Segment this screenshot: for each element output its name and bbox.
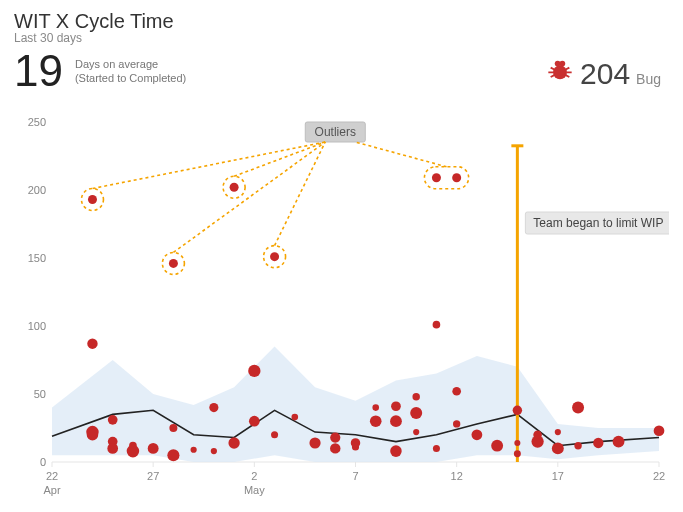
card-title: WIT X Cycle Time xyxy=(14,10,669,33)
svg-point-33 xyxy=(169,259,178,268)
svg-text:May: May xyxy=(244,484,265,496)
svg-text:Outliers: Outliers xyxy=(315,125,356,139)
svg-text:Team began to limit WIP: Team began to limit WIP xyxy=(533,216,663,230)
svg-point-57 xyxy=(169,424,177,432)
svg-point-65 xyxy=(271,431,278,438)
svg-point-78 xyxy=(412,393,419,400)
svg-point-97 xyxy=(654,425,665,436)
svg-point-32 xyxy=(88,195,97,204)
svg-text:0: 0 xyxy=(40,456,46,468)
svg-point-74 xyxy=(390,445,402,457)
svg-point-37 xyxy=(452,173,461,182)
svg-point-84 xyxy=(472,429,483,440)
svg-point-53 xyxy=(107,443,118,454)
svg-text:27: 27 xyxy=(147,470,159,482)
svg-text:200: 200 xyxy=(28,184,46,196)
kpi-value: 19 xyxy=(14,49,63,93)
svg-point-58 xyxy=(167,449,179,461)
svg-point-63 xyxy=(249,416,260,427)
svg-point-71 xyxy=(351,438,361,448)
kpi-caption: Days on average (Started to Completed) xyxy=(75,57,186,86)
svg-text:12: 12 xyxy=(451,470,463,482)
card-subtitle: Last 30 days xyxy=(14,31,669,45)
svg-point-81 xyxy=(433,445,440,452)
svg-point-75 xyxy=(390,415,402,427)
svg-point-56 xyxy=(148,443,159,454)
svg-point-80 xyxy=(433,321,441,329)
svg-point-82 xyxy=(452,387,461,396)
svg-point-48 xyxy=(87,338,97,348)
svg-text:22: 22 xyxy=(653,470,665,482)
svg-point-83 xyxy=(453,420,460,427)
svg-line-47 xyxy=(355,142,446,167)
svg-rect-46 xyxy=(424,167,468,189)
svg-point-64 xyxy=(248,365,260,377)
svg-point-60 xyxy=(211,448,217,454)
svg-point-2 xyxy=(559,61,565,67)
svg-text:Apr: Apr xyxy=(43,484,60,496)
legend: 204 Bug xyxy=(546,56,661,91)
svg-point-85 xyxy=(491,440,503,452)
svg-text:250: 250 xyxy=(28,118,46,128)
svg-text:2: 2 xyxy=(251,470,257,482)
kpi-caption-line1: Days on average xyxy=(75,57,186,71)
svg-point-90 xyxy=(533,430,542,439)
svg-point-68 xyxy=(330,443,340,453)
svg-text:7: 7 xyxy=(352,470,358,482)
svg-point-96 xyxy=(613,436,625,448)
svg-text:150: 150 xyxy=(28,252,46,264)
svg-point-76 xyxy=(391,401,401,411)
cycle-time-card: WIT X Cycle Time Last 30 days 19 Days on… xyxy=(0,0,683,512)
svg-point-93 xyxy=(572,402,584,414)
svg-point-62 xyxy=(228,437,239,448)
svg-point-94 xyxy=(574,442,581,449)
svg-line-45 xyxy=(275,142,326,246)
svg-point-50 xyxy=(86,426,98,438)
kpi-caption-line2: (Started to Completed) xyxy=(75,71,186,85)
svg-point-61 xyxy=(209,403,218,412)
svg-point-35 xyxy=(270,252,279,261)
svg-line-39 xyxy=(92,142,325,189)
svg-point-0 xyxy=(553,65,567,79)
svg-point-79 xyxy=(413,429,419,435)
chart: 05010015020025022Apr272May7121722Team be… xyxy=(14,118,669,502)
svg-point-77 xyxy=(410,407,422,419)
svg-point-72 xyxy=(370,415,382,427)
svg-point-59 xyxy=(191,447,197,453)
svg-point-69 xyxy=(330,432,340,442)
svg-point-66 xyxy=(291,414,298,421)
legend-label: Bug xyxy=(636,71,661,87)
svg-point-92 xyxy=(555,429,561,435)
svg-point-67 xyxy=(309,437,320,448)
legend-count: 204 xyxy=(580,57,630,91)
svg-point-95 xyxy=(593,438,603,448)
svg-point-73 xyxy=(372,404,379,411)
svg-line-41 xyxy=(173,142,325,252)
svg-point-55 xyxy=(127,445,140,458)
chart-svg: 05010015020025022Apr272May7121722Team be… xyxy=(14,118,669,502)
svg-point-34 xyxy=(230,183,239,192)
svg-line-43 xyxy=(234,142,325,176)
svg-text:100: 100 xyxy=(28,320,46,332)
svg-text:17: 17 xyxy=(552,470,564,482)
svg-point-87 xyxy=(513,406,522,415)
svg-point-36 xyxy=(432,173,441,182)
svg-point-52 xyxy=(108,415,118,425)
svg-text:50: 50 xyxy=(34,388,46,400)
svg-point-88 xyxy=(514,450,521,457)
svg-point-91 xyxy=(552,442,564,454)
bug-icon xyxy=(546,56,574,84)
svg-point-86 xyxy=(514,440,520,446)
svg-text:22: 22 xyxy=(46,470,58,482)
